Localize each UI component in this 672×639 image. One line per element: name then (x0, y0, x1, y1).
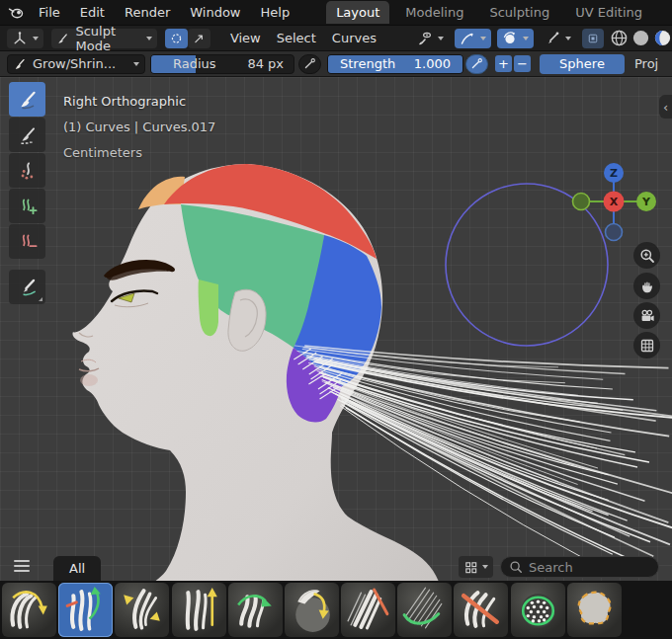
pan-button[interactable] (633, 273, 660, 299)
pinch-brush-icon (115, 583, 169, 637)
brush-thumbnail-cut[interactable] (454, 583, 508, 637)
chevron-down-icon (565, 37, 571, 40)
zoom-button[interactable] (633, 242, 660, 269)
curve-falloff-dropdown[interactable] (455, 29, 491, 48)
orientation-dropdown[interactable] (497, 29, 534, 48)
units-label: Centimeters (63, 140, 215, 166)
navigation-gizmo[interactable]: Z Y X (571, 160, 662, 249)
falloff-label: Sphere (559, 56, 605, 71)
shelf-tab-all[interactable]: All (53, 556, 101, 581)
gizmo-axis-x[interactable]: X (604, 192, 625, 212)
svg-text:X: X (610, 196, 619, 208)
ortho-toggle-button[interactable] (633, 332, 660, 359)
sidebar-collapse-arrow[interactable]: ‹ (659, 95, 672, 119)
menu-help[interactable]: Help (252, 2, 299, 23)
mode-dropdown[interactable]: Sculpt Mode (51, 29, 157, 48)
editor-type-button[interactable] (7, 29, 43, 48)
menu-file[interactable]: File (30, 2, 69, 23)
chevron-down-icon (482, 565, 488, 569)
tab-uv-editing[interactable]: UV Editing (565, 1, 652, 24)
puff-brush-icon (172, 583, 226, 637)
blender-logo-icon[interactable] (8, 5, 24, 21)
comb-brush-icon (2, 583, 56, 637)
tool-add[interactable] (9, 189, 45, 223)
svg-text:Y: Y (641, 196, 651, 208)
menu-render[interactable]: Render (116, 2, 179, 23)
falloff-sphere-button[interactable]: Sphere (540, 54, 625, 74)
strength-value: 1.000 (414, 56, 451, 71)
tool-delete[interactable] (9, 224, 45, 259)
brush-thumbnail-puff[interactable] (172, 583, 226, 637)
brush-dropdown[interactable]: Grow/Shrin... (7, 54, 145, 74)
brush-thumbnail-surface-comb[interactable] (285, 583, 339, 637)
brush-thumbnail-slide[interactable] (341, 583, 395, 637)
brush-thumbnail-bend[interactable] (397, 583, 452, 637)
camera-view-button[interactable] (633, 302, 660, 329)
menu-select[interactable]: Select (269, 28, 324, 48)
brush-thumbnail-grow-shrink[interactable] (58, 583, 113, 637)
tool-paint-brush[interactable] (9, 82, 45, 117)
tab-layout[interactable]: Layout (326, 1, 389, 24)
paint-brush-icon (17, 89, 39, 111)
chevron-down-icon (33, 37, 39, 40)
toggle-tweak-cursor[interactable] (188, 29, 210, 48)
mask-visibility-dropdown[interactable] (412, 29, 449, 48)
shelf-menu-button[interactable] (14, 560, 30, 573)
workspace-tabs: Layout Modeling Sculpting UV Editing (326, 1, 672, 24)
menu-curves[interactable]: Curves (324, 28, 384, 48)
select-paint-brush-icon (567, 583, 622, 637)
chevron-down-icon (523, 37, 529, 40)
tool-selection-paint[interactable] (9, 118, 45, 152)
material-shading-icon[interactable] (653, 29, 672, 47)
gizmo-axis-neg-z[interactable] (606, 224, 623, 241)
header-right-controls (412, 29, 672, 48)
stylus-pressure-icon (303, 57, 316, 70)
topbar: File Edit Render Window Help Layout Mode… (0, 0, 672, 26)
brush-name: Grow/Shrin... (30, 56, 128, 71)
radius-slider[interactable]: Radius 84 px (150, 54, 294, 74)
chevron-down-icon (133, 62, 139, 66)
search-input[interactable] (529, 560, 637, 575)
add-mode-button[interactable]: + (495, 55, 512, 72)
gizmo-axis-neg-y[interactable] (573, 194, 590, 210)
delete-curves-icon (17, 231, 39, 253)
view-name: Right Orthographic (63, 89, 215, 115)
gizmo-axis-y[interactable]: Y (636, 192, 656, 211)
gizmo-toggle-button[interactable] (582, 29, 604, 48)
toggle-select-circle[interactable] (165, 29, 188, 48)
brush-thumbnail-pinch[interactable] (115, 583, 169, 637)
slide-brush-icon (341, 583, 395, 637)
tool-annotate[interactable] (9, 270, 45, 304)
pen-settings-dropdown[interactable] (540, 29, 576, 48)
strength-pressure-toggle[interactable] (465, 54, 488, 74)
viewport-overlay-text: Right Orthographic (1) Curves | Curves.0… (63, 89, 215, 166)
bend-brush-icon (397, 583, 452, 637)
wireframe-shading-icon[interactable] (610, 29, 629, 47)
brush-thumbnail-comb[interactable] (2, 583, 56, 637)
brush-eye-icon (417, 31, 433, 46)
subtool-corner-indicator (39, 297, 42, 301)
stylus-pressure-icon (470, 57, 483, 70)
tab-modeling[interactable]: Modeling (395, 1, 473, 24)
subtract-mode-button[interactable]: − (514, 55, 531, 72)
menu-view[interactable]: View (222, 28, 269, 48)
menu-edit[interactable]: Edit (71, 2, 114, 23)
shelf-display-mode-button[interactable] (459, 556, 493, 578)
brush-thumbnail-density[interactable] (511, 583, 565, 637)
cut-brush-icon (454, 583, 508, 637)
shelf-search-field[interactable] (500, 556, 659, 578)
mode-label: Sculpt Mode (71, 24, 140, 53)
sculpt-brush-icon (56, 31, 68, 46)
brush-thumbnail-select-paint[interactable] (567, 583, 622, 637)
tab-sculpting[interactable]: Sculpting (479, 1, 559, 24)
gizmo-axis-z[interactable]: Z (604, 163, 624, 183)
solid-shading-icon[interactable] (631, 29, 650, 47)
sphere-rotate-icon (502, 31, 518, 46)
viewport-3d[interactable]: Right Orthographic (1) Curves | Curves.0… (0, 77, 672, 581)
radius-pressure-toggle[interactable] (298, 54, 321, 74)
menu-window[interactable]: Window (181, 2, 249, 23)
brush-thumbnail-comb-wave[interactable] (228, 583, 283, 637)
tool-density[interactable] (9, 153, 45, 188)
projection-label: Proj (634, 56, 658, 71)
strength-slider[interactable]: Strength 1.000 (327, 54, 463, 74)
